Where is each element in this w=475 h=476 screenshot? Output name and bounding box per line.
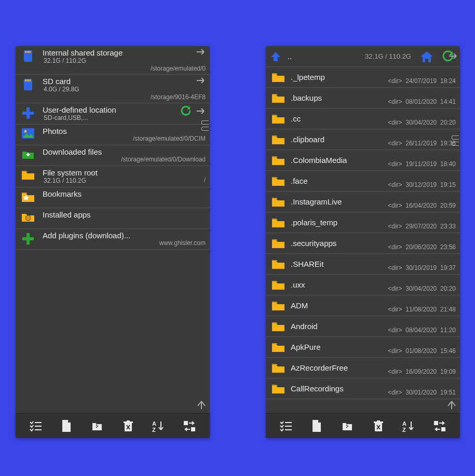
svg-text:A: A — [152, 420, 156, 427]
location-row[interactable]: User-defined locationSD-card,USB,... — [16, 103, 210, 125]
file-row[interactable]: .polaris_temp<dir> 29/07/2020 23:33 — [266, 212, 460, 233]
file-row[interactable]: ._lpetemp<dir> 24/07/2019 18:24 — [266, 67, 460, 88]
file-meta: <dir> 30/04/2020 20:20 — [388, 112, 456, 126]
location-right: / — [204, 168, 206, 184]
location-row[interactable]: Installed apps — [16, 208, 210, 229]
file-meta: <dir> 01/08/2020 15:46 — [388, 340, 456, 355]
svg-point-13 — [24, 130, 27, 133]
file-row[interactable]: .face<dir> 30/12/2019 19:15 — [266, 171, 460, 192]
arrow-right-icon[interactable] — [196, 48, 206, 56]
sort-button[interactable]: AZ — [399, 416, 419, 437]
file-row[interactable]: .cc<dir> 30/04/2020 20:20 — [266, 108, 460, 129]
swap-panels-button[interactable] — [429, 416, 450, 437]
bookmark-icon — [19, 189, 37, 203]
panel-tabs[interactable] — [201, 120, 209, 131]
file-meta: <dir> 30/10/2019 19:37 — [388, 257, 456, 271]
file-meta: <dir> 30/04/2020 20:20 — [388, 278, 456, 292]
file-meta: <dir> 16/04/2020 20:59 — [388, 195, 456, 209]
location-title: Photos — [43, 127, 130, 135]
location-row[interactable]: Bookmarks — [16, 187, 210, 208]
svg-rect-31 — [184, 421, 188, 425]
file-row[interactable]: .clipboard<dir> 26/11/2019 19:36 — [266, 129, 460, 150]
folder-icon — [269, 362, 288, 374]
location-title: Downloaded files — [43, 147, 118, 156]
file-row[interactable]: CallRecordings<dir> 30/01/2020 19:51 — [266, 378, 460, 399]
file-row[interactable]: .backups<dir> 08/01/2020 14:41 — [266, 88, 460, 108]
arrow-right-icon[interactable] — [196, 107, 206, 115]
select-button[interactable] — [276, 416, 296, 437]
reload-icon[interactable] — [180, 105, 191, 117]
new-file-button[interactable] — [306, 416, 327, 437]
folder-yellow-icon — [19, 168, 37, 181]
file-row[interactable]: ADM<dir> 11/08/2020 21:48 — [266, 295, 460, 316]
folder-icon — [269, 217, 288, 228]
panel-tabs[interactable] — [452, 135, 459, 146]
plus-green-icon — [19, 231, 37, 246]
bottom-toolbar: AZ — [16, 413, 210, 438]
file-row[interactable]: .InstagramLive<dir> 16/04/2020 20:59 — [266, 192, 460, 212]
svg-rect-37 — [347, 426, 348, 427]
file-row[interactable]: ApkPure<dir> 01/08/2020 15:46 — [266, 337, 460, 358]
location-subtitle: SD-card,USB,... — [43, 114, 177, 122]
photo-icon — [19, 127, 37, 139]
location-title: User-defined location — [43, 105, 177, 114]
file-meta: <dir> 19/11/2019 18:40 — [388, 153, 456, 168]
file-meta: <dir> 26/11/2019 19:36 — [388, 132, 456, 147]
file-meta: <dir> 16/09/2020 19:09 — [388, 361, 456, 375]
location-row[interactable]: SD card4.0G / 29.8G/storage/9016-4EF8 — [16, 75, 210, 103]
file-name: .clipboard — [291, 135, 385, 144]
scroll-top-arrow[interactable] — [446, 400, 457, 410]
sort-button[interactable]: AZ — [148, 416, 169, 437]
svg-text:A: A — [402, 420, 406, 427]
delete-button[interactable] — [118, 416, 139, 437]
location-row[interactable]: File system root32.1G / 110.2G/ — [16, 166, 210, 187]
folder-icon — [269, 196, 288, 208]
folder-icon — [269, 134, 288, 145]
location-row[interactable]: Downloaded files/storage/emulated/0/Down… — [16, 145, 210, 166]
svg-rect-2 — [26, 51, 28, 53]
svg-rect-11 — [22, 112, 34, 115]
folder-icon — [269, 175, 288, 187]
delete-button[interactable] — [368, 416, 389, 437]
file-name: .face — [291, 176, 385, 185]
svg-rect-41 — [377, 420, 380, 421]
storage-info: 32.1G / 110.2G — [296, 52, 414, 60]
file-row[interactable]: .uxx<dir> 30/04/2020 20:20 — [266, 275, 460, 295]
folder-icon — [269, 92, 288, 104]
select-button[interactable] — [25, 416, 46, 437]
file-row[interactable]: .SHAREit<dir> 30/10/2019 19:37 — [266, 254, 460, 275]
arrow-right-icon[interactable] — [196, 77, 206, 84]
home-button[interactable] — [418, 50, 435, 63]
new-file-button[interactable] — [56, 416, 77, 437]
zip-button[interactable] — [337, 416, 358, 437]
file-name: .backups — [291, 93, 385, 102]
location-row[interactable]: Add plugins (download)...www.ghisler.com — [16, 229, 210, 250]
zip-button[interactable] — [87, 416, 107, 437]
folder-icon — [269, 238, 288, 249]
location-path: /storage/9016-4EF8 — [151, 85, 206, 101]
parent-dir-icon[interactable] — [269, 50, 283, 63]
location-path: /storage/emulated/0/DCIM — [133, 127, 206, 142]
location-title: SD card — [43, 77, 147, 86]
folder-icon — [269, 155, 288, 166]
location-subtitle: 32.1G / 110.2G — [43, 177, 201, 185]
locations-list: Internal shared storage32.1G / 110.2G/st… — [16, 46, 210, 413]
location-row[interactable]: Internal shared storage32.1G / 110.2G/st… — [16, 46, 210, 75]
file-row[interactable]: .securityapps<dir> 20/06/2020 23:56 — [266, 233, 460, 254]
scroll-top-arrow[interactable] — [196, 400, 207, 410]
file-row[interactable]: AzRecorderFree<dir> 16/09/2020 19:09 — [266, 358, 460, 378]
file-name: .ColombiaMedia — [291, 156, 385, 165]
file-row[interactable]: Android<dir> 08/04/2020 11:20 — [266, 316, 460, 337]
folder-icon — [269, 342, 288, 353]
parent-dir-label[interactable]: .. — [288, 52, 292, 61]
file-name: Android — [291, 322, 385, 331]
location-row[interactable]: Photos/storage/emulated/0/DCIM — [16, 125, 210, 145]
svg-text:Z: Z — [152, 427, 156, 432]
file-row[interactable]: .ColombiaMedia<dir> 19/11/2019 18:40 — [266, 150, 460, 171]
location-title: Internal shared storage — [43, 48, 147, 57]
download-green-icon — [19, 147, 37, 160]
location-right: /storage/emulated/0/Download — [121, 147, 206, 163]
swap-panels-button[interactable] — [179, 416, 200, 437]
next-panel-arrow[interactable] — [449, 52, 458, 60]
left-panel: Internal shared storage32.1G / 110.2G/st… — [16, 46, 210, 438]
